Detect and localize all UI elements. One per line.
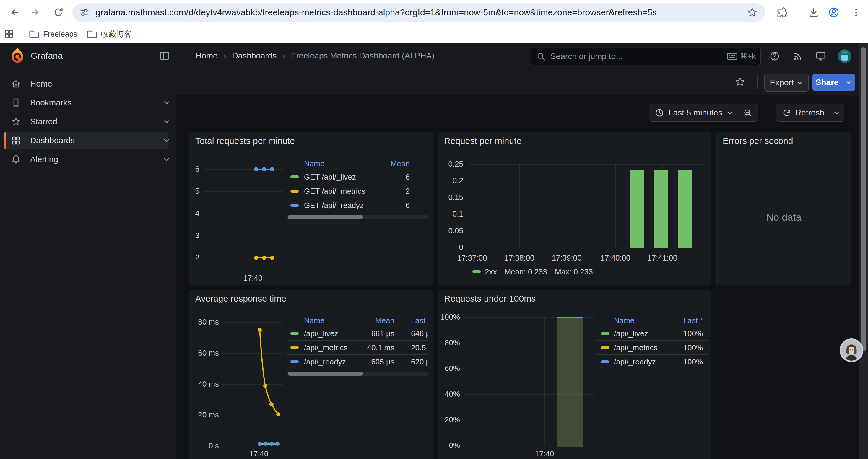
tune-icon[interactable]	[79, 7, 90, 18]
panel-requests-under-100ms: Requests under 100ms 100%80%60%40%20%0%1…	[438, 290, 711, 459]
legend-col-value[interactable]: Last *	[683, 316, 703, 325]
legend-last-value: 20.5 ms	[411, 343, 428, 352]
download-icon[interactable]	[807, 6, 820, 19]
keyboard-shortcut: ⌘+k	[727, 52, 756, 61]
sidebar-item-starred[interactable]: Starred	[4, 113, 167, 130]
legend-max: Max: 0.233	[555, 267, 593, 276]
legend-header: NameLast *	[597, 315, 707, 326]
chevron-down-icon[interactable]	[162, 118, 171, 126]
y-axis-label: 5	[189, 187, 199, 196]
sidebar-toggle-icon[interactable]	[159, 50, 170, 61]
page-scrollbar-thumb[interactable]	[861, 47, 866, 351]
stacked-area-bar	[557, 317, 584, 447]
favorite-star-icon[interactable]	[735, 76, 746, 88]
chart-plot-area[interactable]: 0.250.20.150.10.05017:37:0017:38:0017:39…	[438, 132, 711, 285]
legend-col-last[interactable]: Last *	[411, 316, 428, 325]
export-button[interactable]: Export	[764, 74, 809, 92]
share-button[interactable]: Share	[812, 74, 842, 91]
page-scrollbar[interactable]	[859, 43, 868, 459]
legend-value: 2	[406, 186, 410, 196]
breadcrumb-separator: ›	[282, 52, 285, 61]
extensions-icon[interactable]	[775, 6, 788, 19]
news-rss-icon[interactable]	[791, 50, 804, 63]
legend-row[interactable]: /api/_readyz100%	[597, 355, 707, 369]
sidebar-item-bookmarks[interactable]: Bookmarks	[4, 95, 167, 111]
legend-row[interactable]: GET /api/_readyz6	[287, 198, 428, 212]
search-input[interactable]	[550, 52, 727, 61]
panel-request-per-minute: Request per minute 0.250.20.150.10.05017…	[438, 132, 711, 285]
panel-errors-per-second: Errors per second No data	[716, 132, 851, 285]
address-bar[interactable]	[72, 3, 765, 22]
legend-row[interactable]: /api/_metrics40.1 ms20.5 ms	[287, 340, 428, 355]
user-avatar[interactable]	[838, 49, 851, 63]
legend-row[interactable]: /api/_livez100%	[597, 326, 707, 340]
legend-col-value[interactable]: Mean	[391, 159, 410, 168]
panel-title[interactable]: Request per minute	[444, 136, 522, 146]
browser-toolbar	[0, 0, 868, 25]
legend-row[interactable]: /api/_readyz605 µs620 µs	[287, 355, 428, 369]
group-divider	[829, 104, 829, 121]
sidebar-item-dashboards[interactable]: Dashboards	[4, 132, 167, 149]
legend-inline[interactable]: 2xxMean: 0.233Max: 0.233	[472, 266, 593, 277]
monitor-icon[interactable]	[814, 50, 827, 63]
sidebar-item-home[interactable]: Home	[4, 76, 167, 92]
panel-title[interactable]: Requests under 100ms	[444, 294, 536, 304]
gridline	[615, 163, 616, 248]
time-range-label[interactable]: Last 5 minutes	[669, 108, 722, 118]
forward-icon[interactable]	[30, 6, 42, 19]
legend-row[interactable]: GET /api/_livez6	[287, 170, 428, 184]
grafana-logo-icon[interactable]	[9, 47, 26, 64]
assistant-avatar[interactable]	[840, 338, 863, 362]
breadcrumb-dashboards[interactable]: Dashboards	[232, 51, 277, 61]
browser-menu-icon[interactable]	[850, 6, 863, 19]
legend-series-name: /api/_livez	[614, 329, 648, 338]
x-axis-label: 17:41:00	[637, 254, 687, 263]
reload-icon[interactable]	[52, 6, 65, 19]
chevron-down-icon[interactable]	[162, 155, 171, 164]
legend-col-mean[interactable]: Mean	[375, 316, 395, 325]
apps-grid-icon[interactable]	[4, 29, 14, 39]
panel-title[interactable]: Average response time	[195, 294, 286, 304]
bookmark-star-icon[interactable]	[746, 6, 758, 18]
legend-scrollbar[interactable]	[287, 371, 428, 376]
y-axis-label: 40%	[438, 390, 460, 399]
sidebar-item-alerting[interactable]: Alerting	[4, 151, 167, 168]
series-color-pill	[290, 204, 299, 207]
url-input[interactable]	[95, 7, 746, 18]
legend-row[interactable]: /api/_livez661 µs646 µs	[287, 326, 428, 340]
bookmark-folder-blogs[interactable]: 收藏博客	[82, 27, 136, 41]
legend-row[interactable]: GET /api/_metrics2	[287, 184, 428, 198]
clock-icon	[654, 108, 664, 118]
y-axis-label: 3	[189, 231, 199, 240]
chevron-down-icon[interactable]	[833, 109, 840, 116]
legend-col-name[interactable]: Name	[304, 159, 324, 168]
legend-last-value: 620 µs	[411, 357, 428, 366]
legend-col-name[interactable]: Name	[304, 316, 324, 325]
bookmark-folder-freeleaps[interactable]: Freeleaps	[24, 27, 82, 41]
bookmarks-divider	[19, 29, 20, 39]
refresh-label[interactable]: Refresh	[795, 108, 824, 118]
legend-row[interactable]: /api/_metrics100%	[597, 340, 707, 355]
legend-scrollbar-thumb[interactable]	[288, 371, 363, 376]
legend-col-name[interactable]: Name	[614, 316, 634, 325]
legend-scrollbar-thumb[interactable]	[288, 215, 363, 219]
sidebar: Home Bookmarks Starred	[0, 68, 176, 459]
chevron-down-icon[interactable]	[162, 136, 171, 145]
chevron-down-icon[interactable]	[726, 109, 733, 116]
search-box[interactable]: ⌘+k	[531, 47, 761, 65]
breadcrumb-home[interactable]: Home	[195, 51, 218, 61]
search-icon	[536, 52, 546, 61]
legend-scrollbar[interactable]	[287, 215, 428, 219]
zoom-out-icon[interactable]	[743, 108, 753, 118]
grafana-brand: Grafana	[31, 43, 63, 68]
panel-title[interactable]: Errors per second	[723, 136, 793, 146]
back-icon[interactable]	[7, 6, 20, 19]
profile-icon[interactable]	[827, 6, 840, 19]
help-icon[interactable]	[768, 50, 781, 63]
sidebar-row: Starred	[0, 113, 176, 130]
panel-title[interactable]: Total requests per minute	[195, 136, 295, 146]
home-icon	[11, 78, 21, 89]
share-dropdown-button[interactable]	[842, 74, 855, 91]
panel-total-requests-per-minute: Total requests per minute 6543217:40 Nam…	[189, 132, 433, 285]
chevron-down-icon[interactable]	[162, 99, 171, 107]
